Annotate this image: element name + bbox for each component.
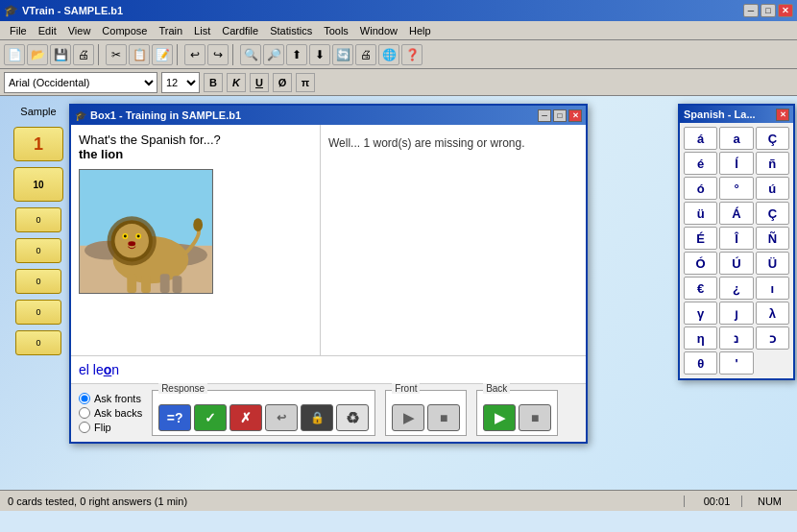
char-a-acute[interactable]: á (684, 127, 717, 150)
char-degree[interactable]: ° (719, 177, 753, 200)
char-open-o[interactable]: ɔ (756, 326, 789, 350)
question-button[interactable]: =? (158, 404, 191, 431)
char-theta[interactable]: θ (684, 351, 717, 375)
special-close-button[interactable]: ✕ (776, 109, 789, 121)
char-C-cedilla[interactable]: Ç (756, 127, 789, 150)
print-button[interactable]: 🖨 (73, 44, 94, 65)
search-button[interactable]: 🔍 (240, 44, 261, 65)
char-I-acute[interactable]: Í (719, 152, 753, 175)
menu-train[interactable]: Train (153, 23, 188, 38)
bold-button[interactable]: B (204, 73, 223, 92)
char-I-circumflex[interactable]: Î (719, 227, 753, 250)
char-dotless-i[interactable]: ı (756, 277, 789, 300)
svg-point-7 (115, 224, 149, 257)
back-stop-button[interactable]: ■ (519, 404, 551, 431)
small-card-4[interactable]: 0 (15, 300, 61, 325)
symbol-button[interactable]: Ø (273, 73, 292, 92)
menu-window[interactable]: Window (354, 23, 403, 38)
front-stop-button[interactable]: ■ (427, 404, 460, 431)
char-C-cedilla2[interactable]: Ç (756, 202, 789, 225)
sidebar-card-stack[interactable]: 10 (13, 167, 63, 202)
char-dotless-j[interactable]: ȷ (719, 302, 753, 325)
minimize-button[interactable]: ─ (743, 4, 759, 17)
small-card-3[interactable]: 0 (15, 269, 61, 294)
char-eta[interactable]: η (684, 326, 717, 350)
app-icon: 🎓 (4, 4, 18, 17)
redo-button[interactable]: ↪ (207, 44, 229, 65)
char-n-tilde[interactable]: ñ (756, 152, 789, 175)
training-window: 🎓 Box1 - Training in SAMPLE.b1 ─ □ ✕ Wha… (69, 104, 588, 444)
status-time: 00:01 (684, 496, 741, 507)
lock-button[interactable]: 🔒 (301, 404, 333, 431)
web-button[interactable]: 🌐 (378, 44, 399, 65)
open-button[interactable]: 📂 (27, 44, 48, 65)
paste-button[interactable]: 📝 (152, 44, 173, 65)
training-close[interactable]: ✕ (568, 109, 582, 122)
small-card-5[interactable]: 0 (15, 330, 61, 355)
copy-button[interactable]: 📋 (129, 44, 150, 65)
menu-list[interactable]: List (188, 23, 216, 38)
recycle-button[interactable]: ♻ (336, 404, 369, 431)
char-E-acute[interactable]: É (684, 227, 717, 250)
correct-button[interactable]: ✓ (194, 404, 227, 431)
char-u-acute[interactable]: ú (756, 177, 789, 200)
char-A-acute[interactable]: Á (719, 202, 753, 225)
undo-button[interactable]: ↩ (184, 44, 205, 65)
char-U-diaeresis[interactable]: Ü (756, 252, 789, 275)
char-N-tilde[interactable]: Ñ (756, 227, 789, 250)
up-button[interactable]: ⬆ (286, 44, 307, 65)
menu-tools[interactable]: Tools (318, 23, 354, 38)
menu-edit[interactable]: Edit (33, 23, 62, 38)
menu-file[interactable]: File (4, 23, 33, 38)
char-euro[interactable]: € (684, 277, 717, 300)
pi-button[interactable]: π (296, 73, 315, 92)
char-lambda[interactable]: λ (756, 302, 789, 325)
menu-view[interactable]: View (62, 23, 97, 38)
wrong-button[interactable]: ✗ (229, 404, 262, 431)
refresh-button[interactable]: 🔄 (332, 44, 353, 65)
underline-button[interactable]: U (250, 73, 269, 92)
char-nun[interactable]: נ (719, 326, 753, 350)
save-button[interactable]: 💾 (50, 44, 71, 65)
cut-button[interactable]: ✂ (106, 44, 127, 65)
char-gamma[interactable]: γ (684, 302, 717, 325)
front-label: Front (392, 383, 420, 394)
back-play-button[interactable]: ▶ (483, 404, 516, 431)
zoom-button[interactable]: 🔎 (263, 44, 284, 65)
menu-cardfile[interactable]: Cardfile (216, 23, 264, 38)
special-title: Spanish - La... (684, 109, 776, 120)
special-title-bar: Spanish - La... ✕ (680, 106, 793, 123)
radio-flip[interactable]: Flip (79, 422, 142, 433)
char-inverted-question[interactable]: ¿ (719, 277, 753, 300)
training-maximize[interactable]: □ (553, 109, 567, 122)
radio-ask-backs[interactable]: Ask backs (79, 407, 142, 419)
char-u-diaeresis[interactable]: ü (684, 202, 717, 225)
font-select[interactable]: Arial (Occidental) (4, 72, 157, 93)
char-apostrophe[interactable]: ' (719, 351, 753, 375)
menu-compose[interactable]: Compose (96, 23, 153, 38)
sidebar-card-1[interactable]: 1 (13, 127, 63, 161)
small-card-1[interactable]: 0 (15, 207, 61, 232)
close-button[interactable]: ✕ (778, 4, 793, 17)
radio-ask-fronts[interactable]: Ask fronts (79, 393, 142, 404)
down-button[interactable]: ⬇ (309, 44, 330, 65)
char-e-acute[interactable]: é (684, 152, 717, 175)
font-size-select[interactable]: 12 (161, 72, 200, 93)
char-o-acute[interactable]: ó (684, 177, 717, 200)
print2-button[interactable]: 🖨 (355, 44, 376, 65)
char-a[interactable]: a (719, 127, 753, 150)
char-U-acute[interactable]: Ú (719, 252, 753, 275)
small-card-2[interactable]: 0 (15, 238, 61, 263)
char-grid: á a Ç é Í ñ ó ° ú ü Á Ç É Î Ñ Ó Ú Ü € ¿ … (680, 123, 793, 378)
char-O-acute[interactable]: Ó (684, 252, 717, 275)
menu-statistics[interactable]: Statistics (264, 23, 318, 38)
menu-bar: File Edit View Compose Train List Cardfi… (0, 21, 797, 40)
help-button[interactable]: ❓ (401, 44, 423, 65)
maximize-button[interactable]: □ (761, 4, 776, 17)
front-play-button[interactable]: ▶ (392, 404, 424, 431)
new-button[interactable]: 📄 (4, 44, 25, 65)
retry-button[interactable]: ↩ (265, 404, 298, 431)
training-minimize[interactable]: ─ (538, 109, 551, 122)
italic-button[interactable]: K (227, 73, 246, 92)
menu-help[interactable]: Help (403, 23, 437, 38)
